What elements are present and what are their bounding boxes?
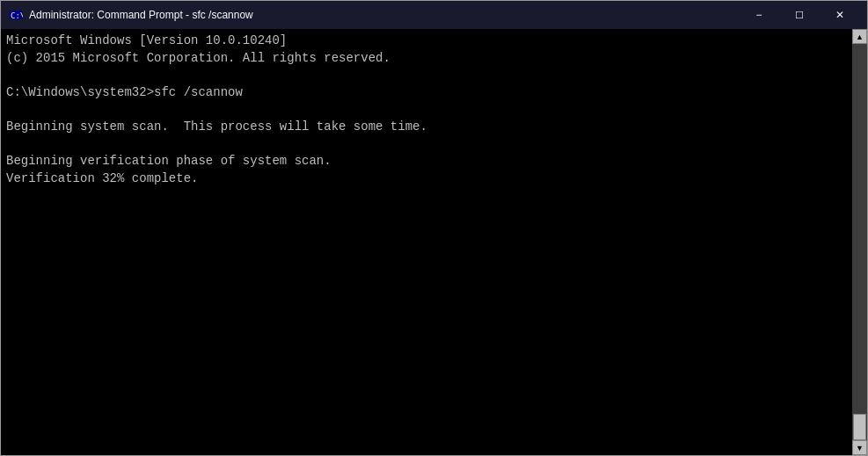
terminal-body: Microsoft Windows [Version 10.0.10240] (…: [1, 29, 867, 455]
scroll-up-button[interactable]: ▲: [852, 29, 867, 44]
maximize-button[interactable]: ☐: [779, 1, 820, 29]
svg-text:C:\: C:\: [11, 11, 23, 20]
command-prompt-window: C:\ Administrator: Command Prompt - sfc …: [0, 0, 868, 456]
minimize-button[interactable]: −: [739, 1, 779, 29]
scroll-down-button[interactable]: ▼: [852, 440, 867, 455]
terminal-output: Microsoft Windows [Version 10.0.10240] (…: [6, 33, 847, 187]
window-title: Administrator: Command Prompt - sfc /sca…: [29, 9, 739, 21]
scrollbar-track[interactable]: [852, 44, 867, 440]
close-button[interactable]: ✕: [820, 1, 860, 29]
terminal-content[interactable]: Microsoft Windows [Version 10.0.10240] (…: [1, 29, 852, 455]
window-controls: − ☐ ✕: [739, 1, 860, 29]
scrollbar-thumb[interactable]: [853, 414, 866, 440]
title-bar: C:\ Administrator: Command Prompt - sfc …: [1, 1, 867, 29]
scrollbar[interactable]: ▲ ▼: [852, 29, 867, 455]
cmd-icon: C:\: [8, 7, 24, 23]
